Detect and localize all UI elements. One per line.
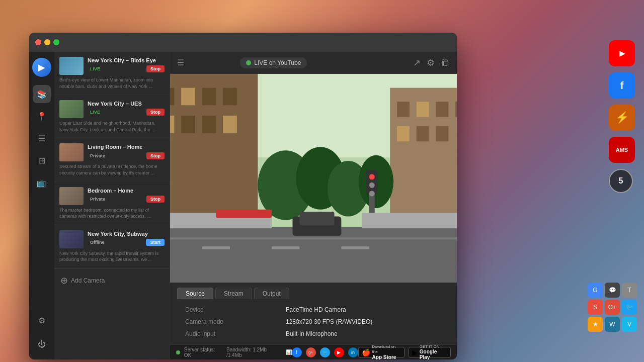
svg-rect-18 (397, 126, 410, 141)
topbar: ☰ LIVE on YouTube ↗ ⚙ 🗑 (170, 52, 457, 74)
social-youtube[interactable]: ▶ (334, 347, 344, 357)
google-play-title: Google Play (420, 349, 447, 359)
mini-icon-gplus[interactable]: G+ (605, 300, 620, 315)
svg-rect-5 (181, 88, 195, 106)
social-gplus[interactable]: g+ (306, 347, 316, 357)
camera-name-bedroom: Bedroom – Home (88, 187, 165, 194)
camera-name-living: Living Room – Home (88, 143, 165, 150)
camera-item-subway[interactable]: New York City, Subway Offline Start New … (54, 225, 170, 268)
camera-desc-nyc-ues: Upper East Side and neighborhood, Manhat… (59, 120, 165, 133)
status-left: Server status: OK Bandwidth: 1.2Mb /1.4M… (176, 347, 292, 358)
social-twitter[interactable]: 🐦 (320, 347, 330, 357)
main-content: ☰ LIVE on YouTube ↗ ⚙ 🗑 (170, 52, 457, 359)
camera-mode-label: Camera mode (185, 318, 276, 325)
stop-button-bedroom[interactable]: Stop (146, 196, 165, 203)
mini-icon-g[interactable]: G (588, 283, 603, 298)
statusbar: Server status: OK Bandwidth: 1.2Mb /1.4M… (170, 344, 457, 359)
mini-icon-t[interactable]: T (622, 283, 637, 298)
tab-output[interactable]: Output (254, 288, 289, 299)
social-facebook[interactable]: f (292, 347, 302, 357)
camera-item-bedroom[interactable]: Bedroom – Home Private Stop The master b… (54, 182, 170, 225)
svg-rect-9 (170, 116, 174, 133)
device-label: Device (185, 306, 276, 313)
apple-icon: 🍎 (362, 348, 370, 356)
mini-icon-yellow[interactable]: ★ (588, 317, 603, 332)
camera-item-nyc-ues[interactable]: New York City – UES LIVE Stop Upper East… (54, 95, 170, 138)
camera-thumb-nyc-birds (59, 57, 84, 75)
maximize-button[interactable] (53, 39, 59, 45)
window-body: ▶ 📚 📍 ☰ ⊞ 📺 ⚙ ⏻ (29, 52, 457, 359)
sidebar-item-location[interactable]: 📍 (33, 107, 51, 125)
mini-icon-s[interactable]: S (588, 300, 603, 315)
camera-thumb-bedroom (59, 187, 84, 205)
stop-button-nyc-ues[interactable]: Stop (146, 109, 165, 116)
live-dot (246, 60, 251, 65)
svg-rect-4 (170, 88, 174, 106)
sidebar-item-list[interactable]: ☰ (33, 129, 51, 147)
svg-rect-10 (181, 116, 195, 133)
sidebar-item-monitor[interactable]: 📺 (33, 173, 51, 192)
svg-rect-39 (216, 210, 272, 218)
camera-thumb-nyc-ues (59, 100, 84, 118)
mini-icon-v[interactable]: V (622, 317, 637, 332)
camera-desc-bedroom: The master bedroom, connected to my list… (59, 207, 165, 220)
sidebar-item-settings[interactable]: ⚙ (33, 311, 51, 329)
svg-rect-12 (223, 116, 237, 133)
app-store-badge[interactable]: 🍎 Download on the App Store (358, 347, 405, 358)
svg-rect-17 (455, 102, 457, 117)
svg-rect-16 (436, 102, 448, 117)
desktop-icons-bottom: G 💬 T S G+ 🐦 ★ W V (588, 283, 637, 332)
camera-list: New York City – Birds Eye LIVE Stop Bird… (54, 52, 170, 359)
add-camera-label: Add Camera (71, 277, 105, 284)
camera-thumb-subway (59, 230, 84, 248)
social-linkedin[interactable]: in (348, 347, 358, 357)
sidebar: ▶ 📚 📍 ☰ ⊞ 📺 ⚙ ⏻ (29, 52, 54, 359)
start-button-subway[interactable]: Start (146, 239, 165, 246)
share-icon[interactable]: ↗ (413, 57, 421, 68)
s5-desktop-icon[interactable]: 5 (609, 169, 633, 193)
monitor-icon: 📺 (37, 178, 47, 188)
main-window: ▶ 📚 📍 ☰ ⊞ 📺 ⚙ ⏻ (29, 33, 457, 359)
video-preview (170, 74, 457, 283)
add-camera-icon: ⊕ (60, 275, 68, 286)
add-camera-button[interactable]: ⊕ Add Camera (54, 268, 170, 292)
tab-source[interactable]: Source (177, 288, 213, 299)
panel-tabs: Source Stream Output (170, 283, 457, 299)
camera-item-living-room[interactable]: Living Room – Home Private Stop Secured … (54, 138, 170, 182)
app-logo[interactable]: ▶ (32, 58, 51, 77)
menu-icon[interactable]: ☰ (177, 58, 184, 67)
topbar-actions: ↗ ⚙ 🗑 (413, 57, 450, 68)
youtube-desktop-icon[interactable]: ▶ (609, 40, 635, 66)
stop-button-nyc-birds[interactable]: Stop (146, 65, 165, 72)
sidebar-item-power[interactable]: ⏻ (33, 335, 51, 353)
tab-stream[interactable]: Stream (215, 288, 252, 299)
settings-icon[interactable]: ⚙ (427, 57, 435, 68)
titlebar-buttons (35, 39, 59, 45)
thunder-desktop-icon[interactable]: ⚡ (609, 105, 635, 131)
camera-desc-nyc-birds: Bird's-eye view of Lower Manhattan, zoom… (59, 77, 165, 89)
stop-button-living[interactable]: Stop (146, 152, 165, 159)
mini-icon-twitter[interactable]: 🐦 (622, 300, 637, 315)
facebook-desktop-icon[interactable]: f (609, 72, 635, 99)
ams-desktop-icon[interactable]: AMS (609, 137, 635, 163)
camera-item-nyc-birds[interactable]: New York City – Birds Eye LIVE Stop Bird… (54, 52, 170, 95)
svg-rect-27 (202, 246, 230, 249)
mini-icon-wp[interactable]: W (605, 317, 620, 332)
svg-point-35 (369, 183, 375, 188)
google-play-label: GET IT ON (420, 344, 447, 349)
mini-icon-chat[interactable]: 💬 (605, 283, 620, 298)
server-status-text: Server status: OK (184, 347, 222, 358)
app-store-label: Download on the (372, 344, 401, 354)
sidebar-item-grid[interactable]: ⊞ (33, 151, 51, 169)
delete-icon[interactable]: 🗑 (441, 57, 450, 68)
close-button[interactable] (35, 39, 41, 45)
google-play-badge[interactable]: ▶ GET IT ON Google Play (409, 347, 451, 358)
svg-rect-15 (417, 102, 429, 117)
titlebar (29, 33, 457, 52)
audio-input-label: Audio input (185, 330, 276, 337)
sidebar-item-home[interactable]: 📚 (33, 85, 51, 103)
status-badge-nyc-ues: LIVE (88, 109, 103, 115)
svg-rect-26 (170, 237, 457, 239)
minimize-button[interactable] (44, 39, 50, 45)
power-icon: ⏻ (38, 340, 46, 349)
